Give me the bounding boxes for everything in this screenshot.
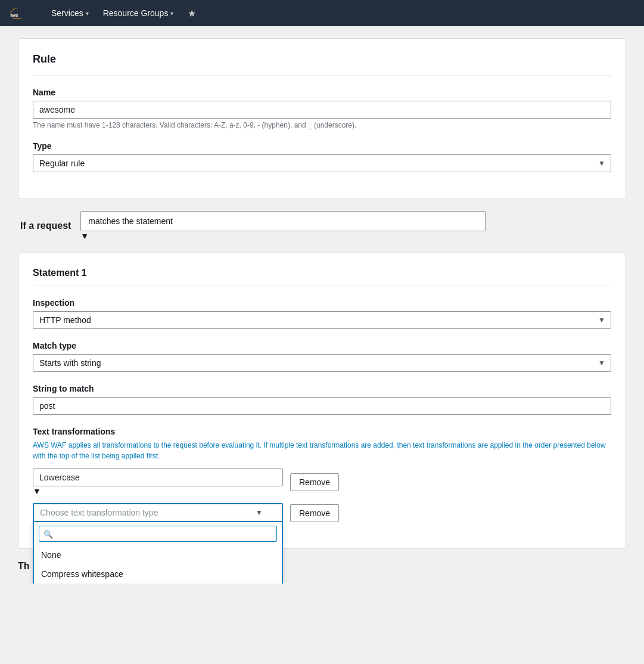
text-transformations-title: Text transformations	[33, 427, 611, 436]
type-select[interactable]: Regular rule Rate-based rule	[33, 154, 611, 172]
transform-select-2[interactable]: Choose text transformation type ▼	[33, 503, 283, 522]
transform-dropdown-arrow: ▼	[256, 508, 263, 517]
transform-dropdown-menu-2: 🔍 None Compress whitespace	[33, 522, 283, 584]
statement-card: Statement 1 Inspection HTTP method URI p…	[18, 253, 626, 549]
string-to-match-group: String to match	[33, 384, 611, 415]
transform-select-1[interactable]: Lowercase None Compress whitespace HTML …	[33, 468, 283, 486]
transform-placeholder-text: Choose text transformation type	[40, 508, 158, 517]
transform-select-1-arrow: ▼	[33, 486, 41, 496]
transformation-row-2: Choose text transformation type ▼ 🔍 None	[33, 503, 611, 522]
name-hint: The name must have 1-128 characters. Val…	[33, 121, 611, 129]
dropdown-item-compress-whitespace[interactable]: Compress whitespace	[34, 564, 282, 584]
resource-groups-label: Resource Groups	[103, 8, 169, 18]
remove-button-2[interactable]: Remove	[290, 504, 339, 522]
string-to-match-label: String to match	[33, 384, 611, 393]
transformation-row-1: Lowercase None Compress whitespace HTML …	[33, 468, 611, 496]
rule-card-title: Rule	[33, 53, 611, 76]
dropdown-search-input[interactable]	[39, 526, 277, 542]
page-content: Rule Name The name must have 1-128 chara…	[0, 26, 644, 584]
match-type-select-wrapper: Starts with string Contains string Exact…	[33, 354, 611, 372]
inspection-select[interactable]: HTTP method URI path Query string Header…	[33, 311, 611, 329]
name-label: Name	[33, 88, 611, 97]
string-to-match-input[interactable]	[33, 397, 611, 415]
rule-card: Rule Name The name must have 1-128 chara…	[18, 38, 626, 199]
match-type-select[interactable]: Starts with string Contains string Exact…	[33, 354, 611, 372]
name-input[interactable]	[33, 101, 611, 119]
svg-text:aws: aws	[10, 13, 18, 17]
inspection-label: Inspection	[33, 298, 611, 308]
resource-groups-arrow: ▾	[170, 10, 173, 17]
services-label: Services	[51, 8, 83, 18]
resource-groups-nav[interactable]: Resource Groups ▾	[98, 6, 179, 20]
name-group: Name The name must have 1-128 characters…	[33, 88, 611, 129]
inspection-select-wrapper: HTTP method URI path Query string Header…	[33, 311, 611, 329]
bookmark-nav[interactable]: ★	[183, 5, 201, 21]
dropdown-item-none[interactable]: None	[34, 545, 282, 564]
navbar: aws Services ▾ Resource Groups ▾ ★	[0, 0, 644, 26]
transform-select-wrapper-1: Lowercase None Compress whitespace HTML …	[33, 468, 283, 496]
type-group: Type Regular rule Rate-based rule ▼	[33, 141, 611, 172]
remove-button-1[interactable]: Remove	[290, 473, 339, 491]
request-select-wrapper: matches the statement matches at least o…	[80, 211, 486, 241]
request-row: If a request matches the statement match…	[18, 211, 626, 241]
request-select-arrow: ▼	[80, 231, 89, 241]
dropdown-search-icon: 🔍	[43, 529, 53, 538]
dropdown-search-row: 🔍	[34, 522, 282, 545]
request-label: If a request	[20, 221, 71, 231]
services-arrow: ▾	[86, 10, 89, 17]
request-select[interactable]: matches the statement matches at least o…	[80, 211, 486, 231]
text-transformations-hint: AWS WAF applies all transformations to t…	[33, 440, 611, 461]
type-select-wrapper: Regular rule Rate-based rule ▼	[33, 154, 611, 172]
match-type-group: Match type Starts with string Contains s…	[33, 341, 611, 372]
inspection-group: Inspection HTTP method URI path Query st…	[33, 298, 611, 329]
services-nav[interactable]: Services ▾	[46, 6, 94, 20]
statement-title: Statement 1	[33, 268, 611, 286]
aws-logo: aws	[10, 5, 32, 21]
text-transformations-group: Text transformations AWS WAF applies all…	[33, 427, 611, 522]
transform-dropdown-container-2: Choose text transformation type ▼ 🔍 None	[33, 503, 283, 522]
match-type-label: Match type	[33, 341, 611, 350]
type-label: Type	[33, 141, 611, 151]
